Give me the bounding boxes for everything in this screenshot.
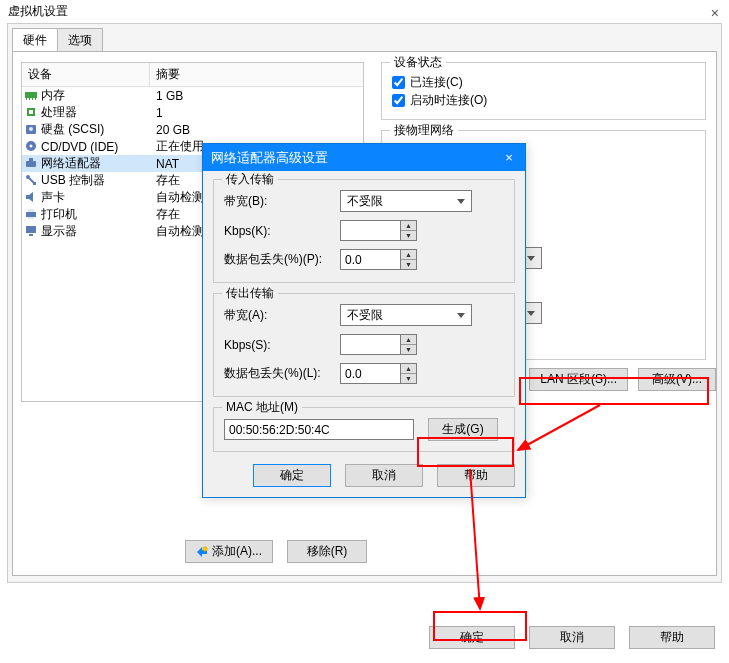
mac-title: MAC 地址(M) (222, 399, 302, 416)
advanced-settings-dialog: 网络适配器高级设置 × 传入传输 带宽(B):不受限 Kbps(K):▲▼ 数据… (202, 143, 526, 498)
mac-group: MAC 地址(M) 生成(G) (213, 407, 515, 452)
outgoing-group: 传出传输 带宽(A):不受限 Kbps(S):▲▼ 数据包丢失(%)(L):▲▼ (213, 293, 515, 397)
device-row-cpu[interactable]: 处理器1 (22, 104, 363, 121)
device-name: CD/DVD (IDE) (40, 140, 150, 154)
kbps-k-spinner[interactable]: ▲▼ (340, 220, 417, 241)
advanced-button[interactable]: 高级(V)... (638, 368, 716, 391)
device-summary: 1 GB (150, 89, 363, 103)
loss-l-label: 数据包丢失(%)(L): (224, 365, 340, 382)
device-row-disk[interactable]: 硬盘 (SCSI)20 GB (22, 121, 363, 138)
display-icon (22, 224, 40, 239)
disk-icon (22, 122, 40, 137)
bandwidth-a-label: 带宽(A): (224, 307, 340, 324)
kbps-k-label: Kbps(K): (224, 224, 340, 238)
device-name: 打印机 (40, 206, 150, 223)
remove-button[interactable]: 移除(R) (287, 540, 367, 563)
modal-titlebar[interactable]: 网络适配器高级设置 × (203, 144, 525, 171)
device-name: 声卡 (40, 189, 150, 206)
window-close-icon[interactable]: × (711, 2, 719, 24)
window-title-text: 虚拟机设置 (8, 4, 68, 18)
outer-ok-button[interactable]: 确定 (429, 626, 515, 649)
device-name: USB 控制器 (40, 172, 150, 189)
svg-rect-19 (26, 226, 36, 233)
outer-cancel-button[interactable]: 取消 (529, 626, 615, 649)
svg-point-10 (30, 145, 33, 148)
bandwidth-b-label: 带宽(B): (224, 193, 340, 210)
device-status-group: 设备状态 已连接(C) 启动时连接(O) (381, 62, 706, 120)
svg-rect-6 (29, 110, 33, 114)
kbps-s-spinner[interactable]: ▲▼ (340, 334, 417, 355)
svg-rect-11 (26, 161, 36, 167)
net-icon (22, 156, 40, 171)
col-summary-header[interactable]: 摘要 (150, 63, 363, 86)
modal-help-button[interactable]: 帮助 (437, 464, 515, 487)
spin-up-icon[interactable]: ▲ (401, 250, 416, 260)
bandwidth-a-select[interactable]: 不受限 (340, 304, 472, 326)
svg-rect-20 (29, 234, 33, 236)
svg-rect-15 (33, 182, 36, 185)
tabs-bar: 硬件选项 (12, 28, 721, 52)
device-summary: 20 GB (150, 123, 363, 137)
device-list-header: 设备 摘要 (22, 63, 363, 87)
device-summary: 1 (150, 106, 363, 120)
device-name: 网络适配器 (40, 155, 150, 172)
tab-hardware[interactable]: 硬件 (12, 28, 58, 52)
add-button[interactable]: 添加(A)... (185, 540, 273, 563)
incoming-group: 传入传输 带宽(B):不受限 Kbps(K):▲▼ 数据包丢失(%)(P):▲▼ (213, 179, 515, 283)
memory-icon (22, 88, 40, 103)
modal-cancel-button[interactable]: 取消 (345, 464, 423, 487)
svg-rect-2 (29, 98, 30, 100)
window-titlebar: 虚拟机设置 × (0, 0, 729, 22)
lan-segments-button[interactable]: LAN 区段(S)... (529, 368, 628, 391)
device-name: 内存 (40, 87, 150, 104)
kbps-s-label: Kbps(S): (224, 338, 340, 352)
svg-point-21 (203, 546, 207, 550)
modal-ok-button[interactable]: 确定 (253, 464, 331, 487)
modal-button-bar: 确定 取消 帮助 (213, 462, 515, 487)
connect-at-poweron-checkbox[interactable]: 启动时连接(O) (392, 91, 695, 109)
loss-l-spinner[interactable]: ▲▼ (340, 363, 417, 384)
spin-up-icon[interactable]: ▲ (401, 221, 416, 231)
svg-rect-17 (28, 209, 34, 212)
svg-rect-3 (32, 98, 33, 100)
device-status-title: 设备状态 (390, 54, 446, 71)
device-row-memory[interactable]: 内存1 GB (22, 87, 363, 104)
usb-icon (22, 173, 40, 188)
connected-checkbox[interactable]: 已连接(C) (392, 73, 695, 91)
svg-rect-12 (29, 158, 33, 161)
svg-rect-1 (26, 98, 27, 100)
spin-down-icon[interactable]: ▼ (401, 260, 416, 269)
svg-rect-4 (35, 98, 36, 100)
bandwidth-b-select[interactable]: 不受限 (340, 190, 472, 212)
spin-down-icon[interactable]: ▼ (401, 345, 416, 354)
svg-point-8 (29, 127, 33, 131)
generate-button[interactable]: 生成(G) (428, 418, 498, 441)
svg-rect-0 (25, 92, 37, 98)
modal-close-icon[interactable]: × (499, 148, 519, 166)
device-name: 处理器 (40, 104, 150, 121)
device-name: 硬盘 (SCSI) (40, 121, 150, 138)
incoming-title: 传入传输 (222, 171, 278, 188)
cd-icon (22, 139, 40, 154)
spin-down-icon[interactable]: ▼ (401, 231, 416, 240)
col-device-header[interactable]: 设备 (22, 63, 150, 86)
svg-rect-18 (28, 217, 34, 219)
device-name: 显示器 (40, 223, 150, 240)
loss-p-spinner[interactable]: ▲▼ (340, 249, 417, 270)
spin-up-icon[interactable]: ▲ (401, 335, 416, 345)
printer-icon (22, 207, 40, 222)
outer-help-button[interactable]: 帮助 (629, 626, 715, 649)
cpu-icon (22, 105, 40, 120)
spin-up-icon[interactable]: ▲ (401, 364, 416, 374)
loss-p-label: 数据包丢失(%)(P): (224, 251, 340, 268)
outgoing-title: 传出传输 (222, 285, 278, 302)
sound-icon (22, 190, 40, 205)
outer-button-bar: 确定 取消 帮助 (429, 626, 715, 649)
modal-title-text: 网络适配器高级设置 (211, 149, 328, 167)
tab-options[interactable]: 选项 (57, 28, 103, 52)
svg-rect-16 (26, 212, 36, 217)
network-connection-title: 接物理网络 (390, 122, 458, 139)
spin-down-icon[interactable]: ▼ (401, 374, 416, 383)
mac-input[interactable] (224, 419, 414, 440)
